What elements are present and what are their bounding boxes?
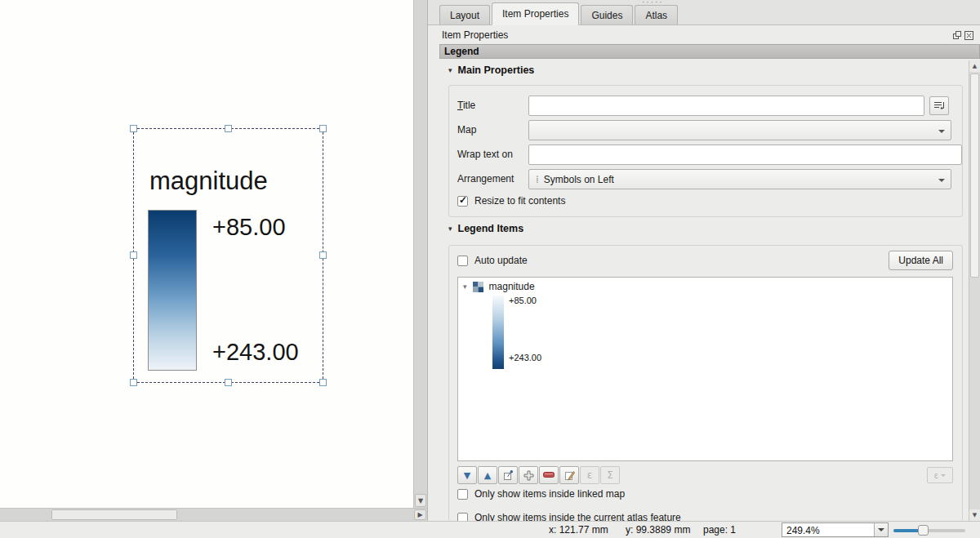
- auto-update-checkbox[interactable]: Auto update: [457, 255, 528, 266]
- tree-gradient-ramp: [492, 296, 504, 369]
- resize-to-fit-checkbox[interactable]: ✓ Resize to fit contents: [457, 195, 565, 207]
- selection-handle[interactable]: [319, 251, 327, 259]
- map-combobox[interactable]: [528, 120, 951, 140]
- chevron-down-icon: [938, 130, 945, 133]
- raster-layer-icon: [473, 282, 483, 292]
- scroll-down-button[interactable]: ▼: [969, 509, 980, 521]
- item-type-header: Legend: [439, 44, 980, 59]
- arrangement-label: Arrangement: [457, 173, 514, 185]
- chevron-down-icon: [878, 528, 884, 531]
- data-defined-icon: ε: [934, 470, 938, 480]
- dock-title: Item Properties: [442, 29, 508, 41]
- wrap-text-label: Wrap text on: [457, 149, 513, 160]
- scroll-right-button[interactable]: ▶: [414, 509, 426, 520]
- layout-canvas[interactable]: magnitude +85.00 +243.00: [0, 0, 413, 508]
- legend-min-value: +243.00: [212, 339, 299, 366]
- arrangement-combobox[interactable]: ⁞ Symbols on Left: [528, 169, 951, 189]
- float-icon: [953, 31, 962, 40]
- add-group-button[interactable]: [498, 466, 518, 484]
- selection-handle[interactable]: [225, 125, 232, 132]
- dock-close-button[interactable]: [964, 30, 973, 40]
- tree-max-value: +85.00: [509, 296, 537, 305]
- scroll-down-button[interactable]: ▼: [415, 494, 426, 507]
- checkbox-unchecked[interactable]: [457, 489, 468, 500]
- checkbox-unchecked[interactable]: [457, 256, 468, 266]
- edit-item-button[interactable]: [559, 466, 579, 484]
- legend-items-header[interactable]: ▾ Legend Items: [448, 223, 523, 234]
- collapse-arrow-icon: ▾: [448, 66, 452, 74]
- scroll-down-icon: ▼: [418, 497, 423, 505]
- checkbox-checked[interactable]: ✓: [457, 196, 468, 207]
- legend-title-text: magnitude: [149, 167, 268, 196]
- title-expression-button[interactable]: [929, 96, 949, 115]
- cursor-x-readout: x: 121.77 mm: [549, 524, 608, 536]
- canvas-vertical-scrollbar[interactable]: ▼: [413, 0, 427, 508]
- minus-icon: [543, 472, 555, 478]
- sigma-icon: Σ: [607, 469, 613, 481]
- close-icon: [964, 31, 973, 40]
- properties-scroll-area: ▾ Main Properties Title Map Wrap te: [439, 59, 969, 521]
- zoom-slider-thumb[interactable]: [918, 525, 929, 536]
- main-properties-header[interactable]: ▾ Main Properties: [448, 64, 534, 76]
- horizontal-scroll-thumb[interactable]: [51, 509, 177, 520]
- chevron-down-icon: [938, 179, 945, 182]
- main-properties-group: Title Map Wrap text on Arrangement: [448, 85, 963, 217]
- panel-scroll-thumb[interactable]: [970, 73, 979, 278]
- legend-items-tree[interactable]: ▾ magnitude +85.00 +243.00: [457, 277, 953, 461]
- only-show-atlas-feature-checkbox[interactable]: Only show items inside the current atlas…: [457, 512, 681, 521]
- title-label: Title: [457, 100, 475, 111]
- panel-vertical-scrollbar[interactable]: ▲ ▼: [969, 60, 980, 521]
- map-label: Map: [457, 124, 476, 136]
- feature-count-button[interactable]: Σ: [600, 466, 620, 484]
- tab-guides[interactable]: Guides: [581, 5, 633, 24]
- scroll-right-icon: ▶: [417, 511, 422, 518]
- dock-float-button[interactable]: [952, 30, 962, 40]
- collapse-arrow-icon: ▾: [448, 225, 452, 233]
- wrap-text-input[interactable]: [528, 145, 962, 165]
- selection-handle[interactable]: [130, 125, 137, 132]
- title-input[interactable]: [528, 96, 924, 116]
- selection-handle[interactable]: [319, 379, 327, 386]
- canvas-horizontal-scrollbar[interactable]: ▶: [0, 508, 427, 521]
- tab-atlas[interactable]: Atlas: [635, 5, 678, 24]
- zoom-level-combobox[interactable]: 249.4%: [782, 522, 889, 537]
- scroll-down-icon: ▼: [973, 512, 977, 518]
- zoom-dropdown-button[interactable]: [874, 523, 888, 536]
- add-item-button[interactable]: [519, 466, 538, 484]
- move-down-icon: ▼: [464, 470, 470, 481]
- scroll-up-icon: ▲: [973, 63, 977, 69]
- edit-expression-button[interactable]: ε: [580, 466, 599, 484]
- arrangement-value: Symbols on Left: [544, 174, 614, 185]
- expression-icon: ε: [587, 469, 593, 481]
- selection-handle[interactable]: [225, 379, 232, 386]
- scroll-up-button[interactable]: ▲: [969, 60, 980, 72]
- legend-items-group: Auto update Update All ▾ magnitu: [448, 245, 963, 521]
- selection-handle[interactable]: [130, 379, 137, 386]
- check-icon: ✓: [459, 194, 467, 206]
- move-up-icon: ▲: [484, 470, 491, 481]
- zoom-slider[interactable]: [893, 529, 965, 532]
- zoom-level-value: 249.4%: [782, 523, 874, 536]
- item-properties-panel: ····· Layout Item Properties Guides Atla…: [427, 0, 980, 521]
- update-all-button[interactable]: Update All: [889, 251, 953, 270]
- cursor-y-readout: y: 99.3889 mm: [626, 524, 690, 536]
- qgis-layout-window: magnitude +85.00 +243.00 ▼ ▶ ····· Layou…: [0, 0, 980, 538]
- selection-handle[interactable]: [130, 251, 137, 259]
- pencil-icon: [564, 470, 575, 481]
- move-item-down-button[interactable]: ▼: [457, 466, 477, 484]
- move-item-up-button[interactable]: ▲: [478, 466, 497, 484]
- data-defined-override-button[interactable]: ε: [927, 467, 953, 483]
- add-group-icon: [502, 469, 514, 481]
- tab-layout[interactable]: Layout: [439, 5, 490, 24]
- tab-item-properties[interactable]: Item Properties: [492, 2, 579, 25]
- expander-icon[interactable]: ▾: [463, 282, 467, 291]
- legend-gradient-ramp: [148, 210, 197, 371]
- selected-legend-item[interactable]: magnitude +85.00 +243.00: [133, 128, 323, 383]
- tree-item-magnitude[interactable]: ▾ magnitude: [463, 281, 535, 292]
- checkbox-unchecked[interactable]: [457, 513, 468, 522]
- chevron-down-icon: [941, 474, 946, 477]
- only-show-linked-map-checkbox[interactable]: Only show items inside linked map: [457, 488, 625, 500]
- remove-item-button[interactable]: [539, 466, 559, 484]
- page-readout: page: 1: [703, 524, 736, 536]
- selection-handle[interactable]: [319, 125, 327, 132]
